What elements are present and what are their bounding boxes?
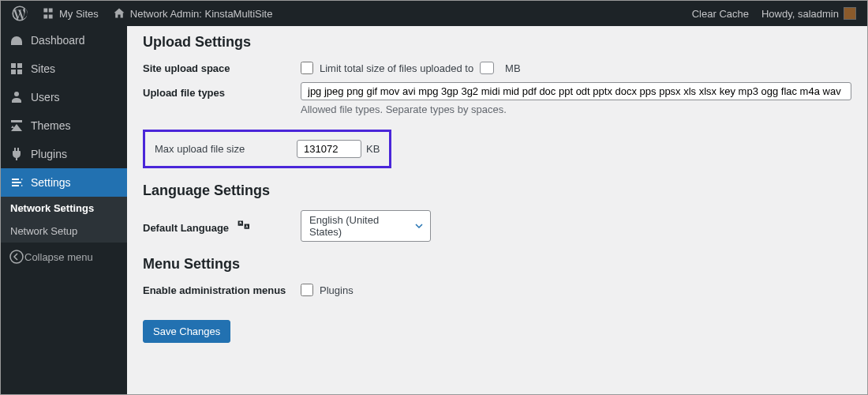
- plugins-menu-checkbox[interactable]: [301, 284, 313, 296]
- max-upload-input[interactable]: [297, 140, 361, 158]
- menu-settings-heading: Menu Settings: [143, 256, 851, 273]
- clear-cache-link[interactable]: Clear Cache: [686, 1, 755, 26]
- wordpress-icon: [12, 6, 28, 21]
- upload-file-types-label: Upload file types: [143, 82, 301, 99]
- content-area: Upload Settings Site upload space Limit …: [127, 26, 867, 394]
- sidebar-label-users: Users: [31, 91, 60, 103]
- language-settings-heading: Language Settings: [143, 182, 851, 199]
- default-language-value: English (United States): [309, 214, 379, 238]
- translation-icon: [237, 219, 249, 231]
- enable-admin-menus-label: Enable administration menus: [143, 284, 301, 296]
- sidebar-item-settings[interactable]: Settings: [1, 168, 127, 197]
- settings-icon: [9, 175, 24, 190]
- settings-submenu: Network Settings Network Setup: [1, 197, 127, 243]
- dashboard-icon: [9, 32, 24, 48]
- limit-total-checkbox[interactable]: [301, 62, 313, 74]
- sidebar-label-sites: Sites: [31, 62, 55, 75]
- kb-unit: KB: [366, 143, 380, 155]
- collapse-label: Collapse menu: [24, 251, 93, 263]
- submenu-network-setup[interactable]: Network Setup: [1, 220, 127, 243]
- themes-icon: [9, 118, 24, 134]
- submenu-network-settings[interactable]: Network Settings: [1, 197, 127, 220]
- collapse-icon: [9, 249, 24, 265]
- plugins-checkbox-label: Plugins: [320, 284, 354, 296]
- max-upload-highlight: Max upload file size KB: [143, 130, 391, 168]
- wp-logo[interactable]: [6, 1, 34, 26]
- chevron-down-icon: [414, 221, 424, 231]
- upload-file-types-input[interactable]: [301, 82, 851, 100]
- upload-settings-heading: Upload Settings: [143, 34, 851, 51]
- sidebar-item-plugins[interactable]: Plugins: [1, 140, 127, 168]
- site-upload-space-label: Site upload space: [143, 62, 301, 74]
- sidebar-item-dashboard[interactable]: Dashboard: [1, 26, 127, 55]
- default-language-label: Default Language: [143, 219, 301, 234]
- admin-bar: My Sites Network Admin: KinstaMultiSite …: [1, 1, 867, 26]
- sites-menu-icon: [9, 61, 24, 77]
- sidebar-label-dashboard: Dashboard: [31, 34, 85, 47]
- limit-total-label: Limit total size of files uploaded to: [320, 62, 473, 74]
- avatar: [844, 7, 856, 20]
- sites-icon: [40, 6, 56, 21]
- network-admin-link[interactable]: Network Admin: KinstaMultiSite: [105, 1, 279, 26]
- svg-point-0: [10, 250, 23, 263]
- home-icon: [111, 6, 127, 21]
- my-sites-link[interactable]: My Sites: [34, 1, 105, 26]
- mb-unit: MB: [505, 62, 521, 74]
- howdy-account[interactable]: Howdy, saladmin: [755, 1, 862, 26]
- collapse-menu[interactable]: Collapse menu: [1, 243, 127, 271]
- admin-sidebar: Dashboard Sites Users Themes: [1, 26, 127, 394]
- allowed-file-types-desc: Allowed file types. Separate types by sp…: [301, 103, 851, 115]
- plugins-icon: [9, 146, 24, 162]
- sidebar-label-themes: Themes: [31, 119, 71, 132]
- howdy-label: Howdy, saladmin: [761, 8, 839, 20]
- max-upload-label: Max upload file size: [155, 143, 297, 155]
- sidebar-item-themes[interactable]: Themes: [1, 111, 127, 140]
- sidebar-label-plugins: Plugins: [31, 148, 67, 160]
- network-admin-label: Network Admin: KinstaMultiSite: [130, 8, 273, 20]
- default-language-select[interactable]: English (United States): [301, 210, 431, 242]
- save-changes-button[interactable]: Save Changes: [143, 320, 230, 343]
- sidebar-item-users[interactable]: Users: [1, 83, 127, 111]
- sidebar-label-settings: Settings: [31, 176, 71, 189]
- limit-total-input[interactable]: [480, 62, 494, 74]
- sidebar-item-sites[interactable]: Sites: [1, 55, 127, 83]
- users-icon: [9, 89, 24, 105]
- clear-cache-label: Clear Cache: [692, 8, 749, 20]
- my-sites-label: My Sites: [59, 8, 99, 20]
